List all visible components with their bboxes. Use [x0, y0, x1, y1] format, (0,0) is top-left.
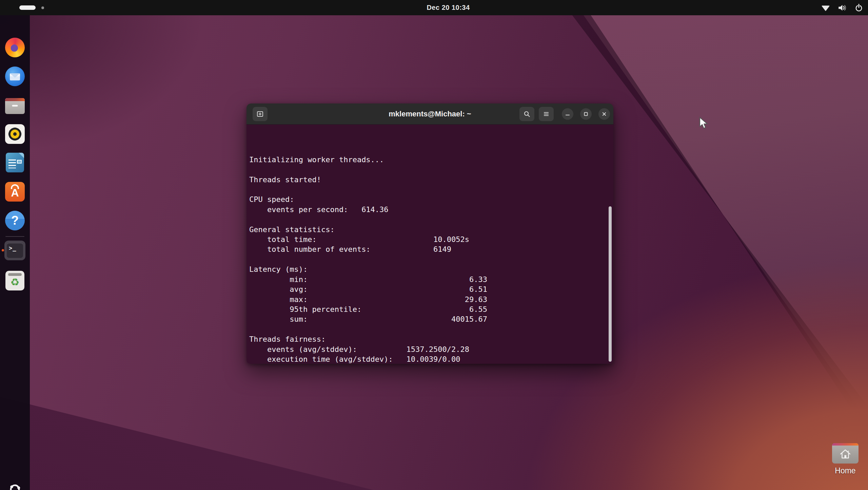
software-letter: A	[5, 187, 25, 199]
terminal-line	[249, 324, 607, 334]
terminal-line	[249, 255, 607, 264]
help-icon: ?	[5, 211, 25, 230]
dock-item-files[interactable]	[5, 96, 25, 116]
terminal-line: events (avg/stddev): 1537.2500/2.28	[249, 344, 607, 354]
close-icon	[601, 111, 607, 117]
terminal-screen[interactable]: Initializing worker threads... Threads s…	[246, 125, 613, 364]
dock: A ? >_ ♻	[0, 15, 30, 490]
terminal-line: sum: 40015.67	[249, 314, 607, 324]
terminal-line: events per second: 614.36	[249, 205, 607, 214]
clock[interactable]: Dec 20 10:34	[427, 0, 470, 15]
workspace-indicator-active[interactable]	[19, 5, 36, 10]
terminal-line: General statistics:	[249, 225, 607, 234]
terminal-output: Initializing worker threads... Threads s…	[249, 155, 607, 364]
desktop-icon-home[interactable]: Home	[831, 443, 860, 475]
terminal-line	[249, 165, 607, 174]
home-folder-icon	[832, 443, 859, 464]
dock-item-rhythmbox[interactable]	[5, 124, 25, 144]
thunderbird-icon	[5, 67, 25, 86]
window-title: mklements@Michael: ~	[389, 103, 471, 125]
terminal-line: total time: 10.0052s	[249, 234, 607, 244]
dock-item-libreoffice-writer[interactable]	[5, 153, 25, 172]
new-tab-button[interactable]	[253, 107, 268, 121]
system-status-area[interactable]	[821, 0, 863, 15]
files-icon	[5, 98, 25, 114]
home-label: Home	[831, 466, 860, 475]
dock-item-terminal[interactable]: >_	[5, 241, 25, 260]
minimize-icon	[565, 111, 570, 117]
terminal-line: avg: 6.51	[249, 284, 607, 294]
running-indicator-dot	[2, 249, 4, 251]
top-bar: Dec 20 10:34	[0, 0, 868, 15]
maximize-button[interactable]	[580, 108, 592, 120]
trash-icon: ♻	[5, 271, 24, 290]
workspace-indicator[interactable]	[41, 6, 44, 9]
terminal-line	[249, 185, 607, 194]
hamburger-icon	[542, 110, 550, 118]
close-button[interactable]	[598, 108, 610, 120]
terminal-line: min: 6.33	[249, 275, 607, 284]
terminal-line: 95th percentile: 6.55	[249, 304, 607, 314]
terminal-line: Threads started!	[249, 175, 607, 185]
search-button[interactable]	[519, 107, 534, 121]
mouse-cursor	[699, 117, 711, 131]
terminal-window: mklements@Michael: ~ Initializing worker…	[246, 103, 613, 364]
volume-icon	[837, 3, 847, 12]
dock-separator	[5, 236, 24, 237]
wifi-icon	[821, 3, 830, 12]
terminal-prompt-glyph: >_	[9, 245, 16, 251]
terminal-line: execution time (avg/stddev): 10.0039/0.0…	[249, 354, 607, 364]
terminal-line: max: 29.63	[249, 295, 607, 304]
terminal-line: Initializing worker threads...	[249, 155, 607, 165]
search-icon	[523, 110, 531, 118]
house-icon	[839, 448, 852, 460]
dock-item-ubuntu-software[interactable]: A	[5, 182, 25, 202]
terminal-line: total number of events: 6149	[249, 244, 607, 254]
dock-item-help[interactable]: ?	[5, 211, 25, 230]
rhythmbox-icon	[5, 124, 25, 144]
maximize-icon	[583, 111, 589, 117]
terminal-line	[249, 214, 607, 224]
terminal-line: Threads fairness:	[249, 334, 607, 344]
power-icon	[854, 3, 863, 12]
libreoffice-writer-icon	[6, 153, 24, 172]
ubuntu-software-icon: A	[5, 182, 25, 202]
terminal-icon: >_	[4, 241, 25, 260]
dock-item-trash[interactable]: ♻	[5, 271, 25, 290]
menu-button[interactable]	[539, 107, 554, 121]
terminal-line: Latency (ms):	[249, 264, 607, 274]
dock-item-firefox[interactable]	[5, 38, 25, 57]
desktop: Dec 20 10:34 A	[0, 0, 868, 490]
dock-item-app-grid[interactable]	[8, 483, 22, 490]
question-mark: ?	[5, 211, 25, 230]
terminal-line: CPU speed:	[249, 194, 607, 204]
dock-item-thunderbird[interactable]	[5, 67, 25, 86]
minimize-button[interactable]	[562, 108, 573, 120]
terminal-titlebar[interactable]: mklements@Michael: ~	[246, 103, 613, 125]
firefox-icon	[5, 38, 25, 57]
terminal-scrollbar[interactable]	[609, 206, 612, 362]
recycle-symbol: ♻	[5, 276, 24, 288]
